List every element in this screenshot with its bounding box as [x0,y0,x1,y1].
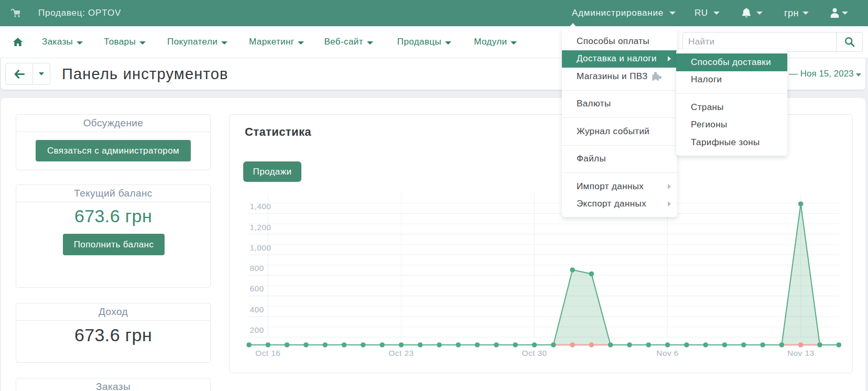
svg-text:Oct 30: Oct 30 [522,349,547,357]
svg-text:400: 400 [250,305,264,314]
svg-text:1,200: 1,200 [250,223,272,232]
svg-text:Nov 13: Nov 13 [787,349,815,357]
svg-text:1,000: 1,000 [250,243,272,252]
svg-text:800: 800 [250,264,264,273]
svg-text:200: 200 [250,325,264,334]
svg-text:600: 600 [250,284,264,293]
svg-text:Nov 6: Nov 6 [656,349,679,357]
svg-text:1,400: 1,400 [250,202,272,211]
svg-text:Oct 23: Oct 23 [388,349,414,357]
svg-text:Oct 16: Oct 16 [255,349,280,357]
